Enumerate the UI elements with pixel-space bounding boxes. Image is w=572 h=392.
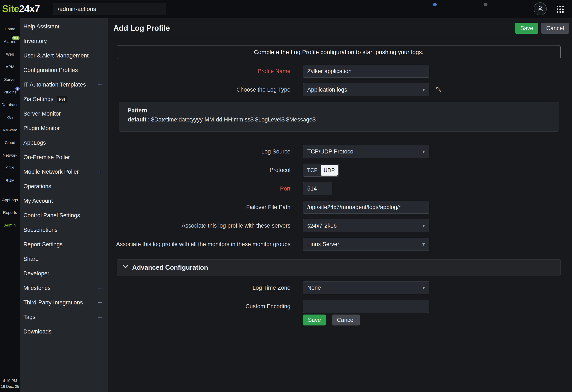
sidebar-item-milestones[interactable]: Milestones + xyxy=(20,281,108,295)
log-type-select[interactable]: Application logs ▾ xyxy=(303,83,429,96)
sidebar-item-server-monitor[interactable]: Server Monitor xyxy=(20,106,108,121)
rail-item-web[interactable]: Web xyxy=(0,48,20,61)
rail-item-k8s[interactable]: K8s xyxy=(0,111,20,124)
profile-name-input[interactable] xyxy=(303,65,429,78)
plus-icon[interactable]: + xyxy=(98,313,102,321)
sidebar-item-report-settings[interactable]: Report Settings xyxy=(20,237,108,252)
status-dot-gray[interactable] xyxy=(484,3,488,6)
sidebar-item-subscriptions[interactable]: Subscriptions xyxy=(20,223,108,237)
monitor-groups-value: Linux Server xyxy=(307,241,339,248)
caret-down-icon: ▾ xyxy=(422,241,425,247)
site24x7-app: Site24x7 Home 99+ Alarms xyxy=(0,0,572,392)
log-type-label: Choose the Log Type xyxy=(108,87,303,93)
plus-icon[interactable]: + xyxy=(98,299,102,307)
rail-item-cloud[interactable]: Cloud xyxy=(0,136,20,149)
sidebar-item-my-account[interactable]: My Account xyxy=(20,194,108,208)
sidebar-item-plugin-monitor[interactable]: Plugin Monitor xyxy=(20,121,108,136)
timezone-select[interactable]: None ▾ xyxy=(303,281,429,294)
monitor-groups-label: Associate this log profile with all the … xyxy=(108,241,303,248)
log-source-value: TCP/UDP Protocol xyxy=(307,149,355,155)
plus-icon[interactable]: + xyxy=(98,81,102,89)
sidebar-item-label: Server Monitor xyxy=(23,110,61,117)
edit-pencil-icon[interactable]: ✎ xyxy=(435,85,442,94)
encoding-label: Custom Encoding xyxy=(108,303,303,310)
monitor-groups-row: Associate this log profile with all the … xyxy=(108,238,572,251)
pattern-line: default : $Datetime:date:yyyy-MM-dd HH:m… xyxy=(128,116,559,123)
port-input[interactable] xyxy=(303,182,332,195)
form-save-button[interactable]: Save xyxy=(303,315,326,325)
status-dot-blue[interactable] xyxy=(433,3,437,6)
user-avatar[interactable] xyxy=(534,2,547,15)
sidebar-item-label: Report Settings xyxy=(23,241,63,248)
apps-grid-icon[interactable] xyxy=(556,5,565,14)
port-row: Port xyxy=(108,182,572,195)
sidebar-item-user-alert-management[interactable]: User & Alert Management xyxy=(20,48,108,63)
log-source-select[interactable]: TCP/UDP Protocol ▾ xyxy=(303,145,429,158)
pattern-value: : $Datetime:date:yyyy-MM-dd HH:mm:ss$ $L… xyxy=(146,116,316,123)
protocol-udp-button[interactable]: UDP xyxy=(321,165,338,176)
sidebar-item-share[interactable]: Share xyxy=(20,252,108,266)
protocol-toggle: TCP UDP xyxy=(303,164,339,177)
rail-item-sdn[interactable]: SDN xyxy=(0,162,20,174)
sidebar-item-zia-settings[interactable]: Zia Settings Pvt xyxy=(20,92,108,106)
associate-servers-label: Associate this log profile with these se… xyxy=(108,223,303,229)
rail-item-vmware[interactable]: VMware xyxy=(0,124,20,136)
sidebar-item-downloads[interactable]: Downloads xyxy=(20,324,108,339)
sidebar-item-inventory[interactable]: Inventory xyxy=(20,34,108,48)
rail-label: Home xyxy=(5,27,16,31)
form-buttons-row: Save Cancel xyxy=(108,315,572,325)
main-content: Add Log Profile Save Cancel Complete the… xyxy=(108,18,572,392)
sidebar-item-it-automation-templates[interactable]: IT Automation Templates + xyxy=(20,77,108,92)
sidebar-item-developer[interactable]: Developer xyxy=(20,266,108,281)
rail-label: Cloud xyxy=(5,140,16,145)
rail-item-applogs[interactable]: AppLogs xyxy=(0,194,20,206)
port-label: Port xyxy=(108,185,303,192)
sidebar-item-applogs[interactable]: AppLogs xyxy=(20,136,108,150)
rail-item-plugins[interactable]: 3 Plugins xyxy=(0,86,20,99)
sidebar-item-on-premise-poller[interactable]: On-Premise Poller xyxy=(20,150,108,165)
sidebar-item-tags[interactable]: Tags + xyxy=(20,310,108,324)
rail-item-network[interactable]: Network xyxy=(0,149,20,162)
plus-icon[interactable]: + xyxy=(98,284,102,292)
monitor-groups-select[interactable]: Linux Server ▾ xyxy=(303,238,429,251)
sidebar-item-label: Inventory xyxy=(23,38,47,45)
form-cancel-button[interactable]: Cancel xyxy=(332,315,360,325)
save-button[interactable]: Save xyxy=(515,23,538,34)
cancel-button[interactable]: Cancel xyxy=(541,23,569,34)
logo-site-text: Site xyxy=(2,3,19,14)
sidebar-item-control-panel-settings[interactable]: Control Panel Settings xyxy=(20,208,108,223)
rail-item-apm[interactable]: APM xyxy=(0,61,20,73)
rail-item-database[interactable]: Database xyxy=(0,99,20,111)
pattern-box: Pattern default : $Datetime:date:yyyy-MM… xyxy=(119,102,559,132)
sidebar-item-mobile-network-poller[interactable]: Mobile Network Poller + xyxy=(20,165,108,179)
advanced-configuration-toggle[interactable]: Advanced Configuration xyxy=(117,259,561,276)
site24x7-logo[interactable]: Site24x7 xyxy=(2,3,40,14)
log-type-row: Choose the Log Type Application logs ▾ ✎ xyxy=(108,83,572,96)
sidebar-item-third-party-integrations[interactable]: Third-Party Integrations + xyxy=(20,295,108,310)
profile-name-label: Profile Name xyxy=(108,68,303,75)
rail-item-rum[interactable]: RUM xyxy=(0,174,20,187)
associate-servers-select[interactable]: s24x7-2k16 ▾ xyxy=(303,219,429,232)
sidebar-item-configuration-profiles[interactable]: Configuration Profiles xyxy=(20,63,108,77)
caret-down-icon: ▾ xyxy=(422,87,425,93)
encoding-row: Custom Encoding xyxy=(108,300,572,313)
rail-item-alarms[interactable]: 99+ Alarms xyxy=(0,35,20,48)
content-header: Add Log Profile Save Cancel xyxy=(108,18,572,38)
plus-icon[interactable]: + xyxy=(98,168,102,176)
failover-path-input[interactable] xyxy=(303,201,429,214)
sidebar-item-label: Mobile Network Poller xyxy=(23,169,79,175)
rail-item-reports[interactable]: Reports xyxy=(0,206,20,219)
rail-item-admin[interactable]: Admin xyxy=(0,219,20,232)
clock-time: 4:19 PM xyxy=(0,378,20,384)
sidebar-item-label: Plugin Monitor xyxy=(23,125,60,132)
encoding-input[interactable] xyxy=(303,300,429,313)
protocol-tcp-button[interactable]: TCP xyxy=(304,165,321,176)
info-banner: Complete the Log Profile configuration t… xyxy=(117,45,561,59)
sidebar-item-operations[interactable]: Operations xyxy=(20,179,108,194)
sidebar-item-help-assistant[interactable]: Help Assistant xyxy=(20,19,108,34)
rail-item-home[interactable]: Home xyxy=(0,23,20,35)
log-type-value: Application logs xyxy=(307,87,347,93)
rail-item-server[interactable]: Server xyxy=(0,73,20,86)
sidebar-item-label: On-Premise Poller xyxy=(23,154,70,161)
admin-actions-search-input[interactable] xyxy=(53,3,166,15)
